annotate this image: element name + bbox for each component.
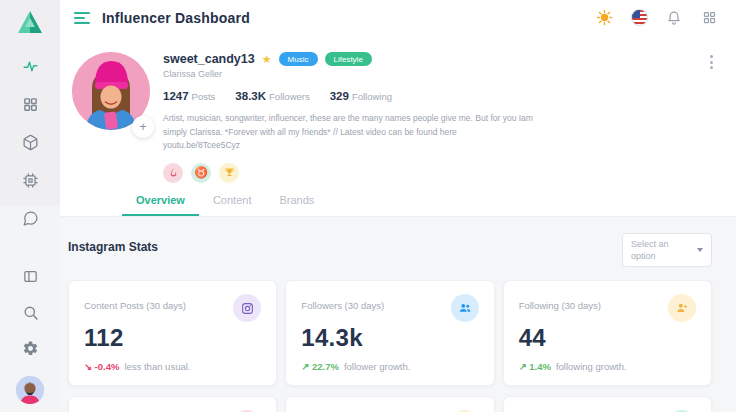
cpu-icon[interactable] xyxy=(22,172,39,189)
card-value: 112 xyxy=(84,324,261,352)
trend-up-icon: ↗ xyxy=(519,361,527,372)
profile-full-name: Clarissa Geller xyxy=(163,69,707,79)
dropdown-placeholder: Select an option xyxy=(631,238,683,262)
card-delta: ↘ -0.4%less than usual. xyxy=(84,361,261,372)
card-label: Following (30 days) xyxy=(519,294,601,311)
card-content-posts: Content Posts (30 days) 112 ↘ -0.4%less … xyxy=(68,280,277,386)
card-value: 14.3k xyxy=(301,324,478,352)
columns-icon[interactable] xyxy=(22,268,39,285)
card-label: Followers (30 days) xyxy=(301,294,384,311)
header-actions xyxy=(595,9,718,27)
grid-icon[interactable] xyxy=(22,96,39,113)
users-group-icon xyxy=(451,294,479,322)
profile-chips: ♉ xyxy=(163,163,707,183)
section-title: Instagram Stats xyxy=(68,240,158,254)
app-logo-icon[interactable] xyxy=(15,8,45,36)
chevron-down-icon xyxy=(697,248,703,252)
instagram-icon xyxy=(233,294,261,322)
sidebar-bottom-nav xyxy=(16,268,44,404)
profile-tabs: Overview Content Brands xyxy=(60,185,736,217)
hamburger-menu-icon[interactable] xyxy=(74,12,90,24)
trend-down-icon: ↘ xyxy=(84,361,92,372)
badge-lifestyle: Lifestyle xyxy=(325,52,372,66)
trophy-icon xyxy=(219,163,239,183)
profile-more-menu-icon[interactable] xyxy=(707,52,716,72)
card-comments: Comments (30 days) xyxy=(285,396,494,412)
card-label: Content Posts (30 days) xyxy=(84,294,186,311)
apps-grid-icon[interactable] xyxy=(700,9,718,27)
profile-stats: 1247Posts 38.3KFollowers 329Following xyxy=(163,90,707,102)
profile-avatar-wrap: + xyxy=(72,52,150,130)
profile-username: sweet_candy13 xyxy=(163,52,255,66)
main-content: Instagram Stats Select an option Content… xyxy=(60,217,736,412)
profile-section: + sweet_candy13 ★ Music Lifestyle Claris… xyxy=(60,35,736,183)
sun-icon[interactable] xyxy=(595,9,613,27)
avatar-add-button[interactable]: + xyxy=(132,116,154,138)
card-followers: Followers (30 days) 14.3k ↗ 22.7%followe… xyxy=(285,280,494,386)
package-icon[interactable] xyxy=(22,134,39,151)
bell-icon[interactable] xyxy=(665,9,683,27)
sidebar-user-avatar[interactable] xyxy=(16,376,44,404)
stats-section-header: Instagram Stats Select an option xyxy=(68,233,712,267)
tab-content[interactable]: Content xyxy=(199,185,266,216)
taurus-icon: ♉ xyxy=(191,163,211,183)
fire-icon xyxy=(163,163,183,183)
stats-filter-dropdown[interactable]: Select an option xyxy=(622,233,712,267)
card-likes: Likes (30 days) xyxy=(68,396,277,412)
trend-up-icon: ↗ xyxy=(301,361,309,372)
card-delta: ↗ 1.4%following growth. xyxy=(519,361,696,372)
search-icon[interactable] xyxy=(22,304,39,321)
card-following: Following (30 days) 44 ↗ 1.4%following g… xyxy=(503,280,712,386)
top-header: Influencer Dashboard xyxy=(60,0,736,35)
content-column: Influencer Dashboard + xyxy=(60,0,736,412)
badge-music: Music xyxy=(279,52,318,66)
profile-info: sweet_candy13 ★ Music Lifestyle Clarissa… xyxy=(163,52,707,183)
star-icon: ★ xyxy=(262,53,272,66)
chat-icon[interactable] xyxy=(22,210,39,227)
us-flag-icon[interactable] xyxy=(630,9,648,27)
card-profile-views: Profile Views (30 days) xyxy=(503,396,712,412)
stats-cards-row-1: Content Posts (30 days) 112 ↘ -0.4%less … xyxy=(68,280,712,386)
sidebar-nav xyxy=(22,58,39,227)
user-plus-icon xyxy=(668,294,696,322)
activity-icon[interactable] xyxy=(22,58,39,75)
sidebar xyxy=(0,0,60,412)
tab-brands[interactable]: Brands xyxy=(265,185,328,216)
tab-overview[interactable]: Overview xyxy=(122,185,199,216)
stat-posts: 1247Posts xyxy=(163,90,215,102)
card-delta: ↗ 22.7%follower growth. xyxy=(301,361,478,372)
stat-following: 329Following xyxy=(330,90,392,102)
profile-bio: Artist, musician, songwriter, influencer… xyxy=(163,112,535,153)
stat-followers: 38.3KFollowers xyxy=(235,90,309,102)
page-title: Influencer Dashboard xyxy=(102,10,250,26)
card-value: 44 xyxy=(519,324,696,352)
stats-cards-row-2: Likes (30 days) Comments (30 days) xyxy=(68,396,712,412)
influencer-dashboard-app: Influencer Dashboard + xyxy=(0,0,736,412)
gear-icon[interactable] xyxy=(22,340,39,357)
